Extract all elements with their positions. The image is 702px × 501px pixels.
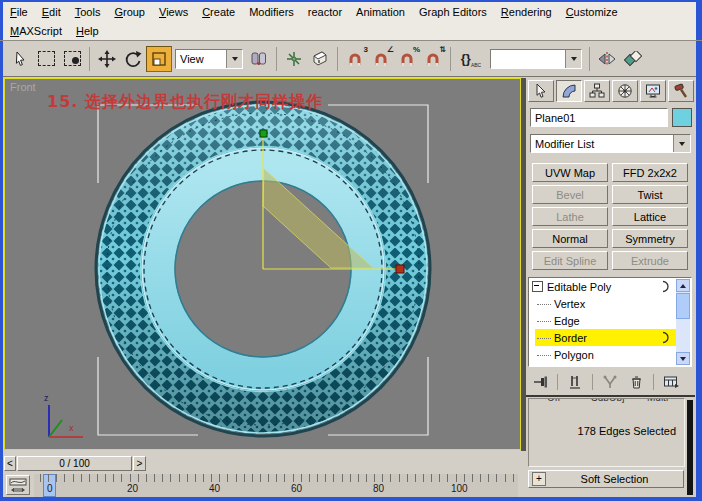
rollout-expand-icon[interactable]: + [532, 472, 546, 486]
named-selection-set-dropdown[interactable] [490, 49, 582, 69]
spinner-snap-toggle-button[interactable]: ⇅ [420, 46, 446, 72]
menu-tools[interactable]: Tools [75, 6, 101, 18]
preview-off-label[interactable]: Off [547, 399, 560, 403]
menu-edit[interactable]: Edit [42, 6, 61, 18]
menu-views[interactable]: Views [159, 6, 188, 18]
chevron-down-icon [571, 57, 577, 61]
tab-display[interactable] [640, 80, 666, 102]
menu-file[interactable]: File [10, 6, 28, 18]
dropdown-arrow-button[interactable] [673, 135, 690, 152]
tab-hierarchy[interactable] [584, 80, 610, 102]
modifier-stack-list[interactable]: Editable Poly Vertex Edge Border Polygon [528, 277, 692, 367]
front-viewport[interactable]: z x Front 15. 选择外边界也执行刚才同样操作 [4, 78, 521, 450]
previous-frame-button[interactable]: < [4, 456, 16, 471]
soft-selection-rollout-header[interactable]: + Soft Selection [528, 470, 684, 488]
time-slider-readout[interactable]: 0 / 100 [17, 456, 132, 471]
stack-row-polygon[interactable]: Polygon [529, 346, 691, 363]
configure-modifier-sets-button[interactable] [659, 372, 683, 392]
select-and-move-button[interactable] [94, 46, 120, 72]
dropdown-arrow-button[interactable] [226, 50, 242, 68]
reference-coordinate-system-dropdown[interactable]: View [175, 49, 243, 69]
keyboard-shortcut-override-button[interactable] [307, 46, 333, 72]
show-end-result-button[interactable] [563, 372, 587, 392]
menu-rendering[interactable]: Rendering [501, 6, 552, 18]
menu-modifiers[interactable]: Modifiers [249, 6, 294, 18]
modifier-button-twist[interactable]: Twist [612, 185, 688, 204]
modifier-button-uvw-map[interactable]: UVW Map [532, 163, 608, 182]
mini-curve-editor-icon [9, 478, 27, 493]
align-button[interactable] [620, 46, 646, 72]
pin-stack-icon [532, 375, 548, 389]
command-panel: Modifier List UVW Map FFD 2x2x2 Bevel Tw… [526, 78, 695, 497]
stack-row-element[interactable]: Element [529, 363, 691, 367]
menu-maxscript[interactable]: MAXScript [10, 25, 62, 37]
circular-selection-region-button[interactable] [59, 46, 85, 72]
stack-row-vertex[interactable]: Vertex [529, 295, 691, 312]
stack-item-label: Polygon [554, 349, 594, 361]
modifier-list-dropdown[interactable]: Modifier List [530, 134, 691, 153]
remove-modifier-button[interactable] [624, 372, 648, 392]
mirror-button[interactable] [594, 46, 620, 72]
make-unique-button[interactable] [598, 372, 622, 392]
scroll-thumb[interactable] [676, 293, 690, 319]
percent-snap-toggle-button[interactable]: % [394, 46, 420, 72]
gizmo-red-handle[interactable] [396, 265, 404, 273]
angle-snap-toggle-button[interactable]: ∠ [368, 46, 394, 72]
modifier-list-value: Modifier List [531, 138, 673, 150]
panel-scrollbar[interactable] [687, 400, 693, 495]
toolbar-separator [89, 47, 90, 71]
viewport-canvas: z x [5, 79, 520, 449]
dropdown-arrow-button[interactable] [565, 50, 581, 68]
track-bar[interactable]: 0 20 40 60 80 100 [34, 474, 518, 497]
pin-stack-button[interactable] [528, 372, 552, 392]
use-pivot-point-center-button[interactable] [246, 46, 272, 72]
preview-multi-label[interactable]: Multi [647, 399, 668, 403]
open-mini-curve-editor-button[interactable] [6, 475, 30, 495]
menu-group[interactable]: Group [114, 6, 145, 18]
menu-customize[interactable]: Customize [566, 6, 618, 18]
tree-connector [537, 337, 551, 339]
collapse-expander-icon[interactable] [532, 281, 543, 292]
object-color-swatch[interactable] [672, 108, 692, 127]
abc-label: ABC [471, 62, 481, 68]
tab-utilities[interactable] [668, 80, 694, 102]
menu-animation[interactable]: Animation [356, 6, 405, 18]
utilities-tab-icon [673, 83, 689, 99]
menu-graph-editors[interactable]: Graph Editors [419, 6, 487, 18]
scroll-up-button[interactable] [676, 279, 690, 292]
gizmo-green-handle[interactable] [260, 130, 267, 137]
stack-scrollbar[interactable] [676, 279, 690, 365]
modifier-button-normal[interactable]: Normal [532, 229, 608, 248]
modifier-button-symmetry[interactable]: Symmetry [612, 229, 688, 248]
modify-tab-icon [561, 83, 577, 99]
stack-row-border-selected[interactable]: Border [529, 329, 691, 346]
stack-row-edge[interactable]: Edge [529, 312, 691, 329]
edit-named-selection-sets-button[interactable]: {} ABC [455, 46, 487, 72]
stack-row-editable-poly[interactable]: Editable Poly [529, 278, 691, 295]
stack-item-label: Element [554, 366, 594, 368]
modifier-button-ffd-2x2x2[interactable]: FFD 2x2x2 [612, 163, 688, 182]
menu-reactor[interactable]: reactor [308, 6, 342, 18]
select-and-scale-button[interactable] [146, 46, 172, 72]
viewport-label[interactable]: Front [10, 81, 36, 93]
menu-create[interactable]: Create [202, 6, 235, 18]
select-and-manipulate-button[interactable] [281, 46, 307, 72]
selection-rollout: Off SubObj Multi 178 Edges Selected [528, 398, 685, 467]
select-object-button[interactable] [7, 46, 33, 72]
select-and-rotate-button[interactable] [120, 46, 146, 72]
scroll-down-button[interactable] [676, 352, 690, 365]
stack-base-label: Editable Poly [547, 281, 611, 293]
rectangular-selection-region-button[interactable] [33, 46, 59, 72]
preview-subobj-label[interactable]: SubObj [591, 399, 624, 403]
tab-motion[interactable] [612, 80, 638, 102]
rotate-icon [124, 50, 142, 68]
configure-sets-icon [663, 375, 679, 389]
tree-connector [537, 303, 551, 305]
object-name-input[interactable] [530, 108, 668, 127]
snaps-toggle-button[interactable]: 3 [342, 46, 368, 72]
tab-modify[interactable] [556, 80, 582, 102]
next-frame-button[interactable]: > [133, 456, 146, 471]
menu-help[interactable]: Help [76, 25, 99, 37]
modifier-button-lattice[interactable]: Lattice [612, 207, 688, 226]
tab-create[interactable] [528, 80, 554, 102]
